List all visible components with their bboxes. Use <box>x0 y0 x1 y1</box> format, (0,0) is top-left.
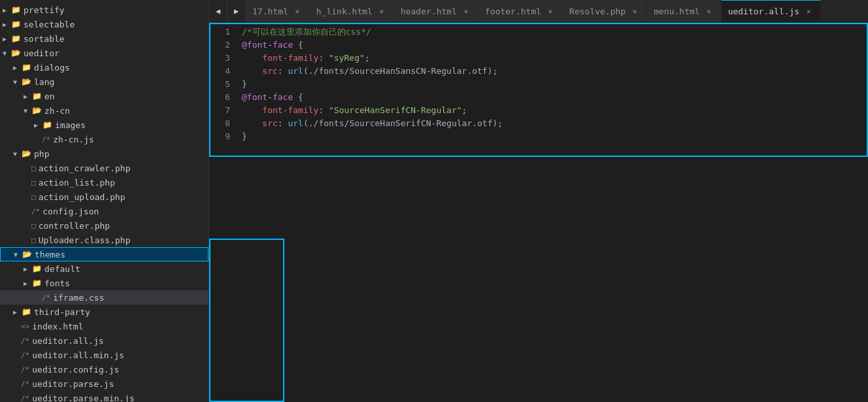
tab-menu[interactable]: menu.html ✕ <box>647 0 721 23</box>
file-type-indicator: <> <box>21 322 29 331</box>
sidebar-item-label: sortable <box>24 34 65 44</box>
folder-open-icon: 📂 <box>22 249 32 260</box>
folder-icon: 📁 <box>10 33 21 44</box>
tab-label: 17.html <box>252 7 288 16</box>
sidebar-item-label: ueditor.parse.js <box>32 379 114 389</box>
folder-open-icon: 📂 <box>31 105 42 116</box>
code-line-6: @font-face { <box>242 91 868 104</box>
arrow-icon: ▶ <box>3 7 10 14</box>
sidebar-item-label: en <box>44 92 55 101</box>
tab-header[interactable]: header.html ✕ <box>394 0 478 23</box>
folder-open-icon: 📂 <box>21 148 31 159</box>
tab-close-header[interactable]: ✕ <box>461 6 471 16</box>
sidebar-item-label: Uploader.class.php <box>39 235 131 245</box>
sidebar-item-iframe-css[interactable]: ▶ /* iframe.css <box>0 290 209 305</box>
tab-resolve[interactable]: Resolve.php ✕ <box>563 0 647 23</box>
sidebar-item-index-html[interactable]: ▶ <> index.html <box>0 319 209 333</box>
folder-icon: 📁 <box>31 278 42 288</box>
sidebar-item-label: lang <box>34 77 54 87</box>
sidebar-item-third-party[interactable]: ▶ 📁 third-party <box>0 305 209 319</box>
sidebar-item-en[interactable]: ▶ 📁 en <box>0 89 209 103</box>
code-line-1: /*可以在这里添加你自己的css*/ <box>242 25 868 39</box>
tab-label: header.html <box>401 7 457 16</box>
tab-nav-next[interactable]: ▶ <box>227 0 246 23</box>
code-line-5: } <box>242 78 868 91</box>
code-content[interactable]: /*可以在这里添加你自己的css*/ @font-face { font-fam… <box>235 23 868 402</box>
sidebar-item-label: iframe.css <box>53 293 104 303</box>
sidebar-item-label: index.html <box>32 322 83 331</box>
tab-h-link[interactable]: h_link.html ✕ <box>310 0 394 23</box>
tab-close-menu[interactable]: ✕ <box>704 6 714 16</box>
tab-ueditor-all-js[interactable]: ueditor.all.js ✕ <box>722 0 822 23</box>
code-line-8: src: url(./fonts/SourceHanSerifCN-Regula… <box>242 117 868 130</box>
sidebar-item-config-json[interactable]: ▶ /* config.json <box>0 204 209 218</box>
tab-close-17html[interactable]: ✕ <box>292 6 303 16</box>
sidebar-item-zh-cn[interactable]: ▼ 📂 zh-cn <box>0 103 209 118</box>
sidebar-item-zh-cn-js[interactable]: ▶ /* zh-cn.js <box>0 132 209 146</box>
tab-footer[interactable]: footer.html ✕ <box>478 0 563 23</box>
file-type-indicator: □ <box>31 236 36 244</box>
sidebar-item-fonts[interactable]: ▶ 📁 fonts <box>0 276 209 290</box>
sidebar-item-php[interactable]: ▼ 📂 php <box>0 146 209 161</box>
file-type-indicator: /* <box>21 337 29 345</box>
sidebar-item-uploader-class[interactable]: ▶ □ Uploader.class.php <box>0 233 209 247</box>
file-type-indicator: /* <box>21 351 29 360</box>
sidebar-item-label: selectable <box>24 20 75 29</box>
file-type-indicator: /* <box>42 135 50 144</box>
sidebar-item-themes[interactable]: ▼ 📂 themes <box>0 247 209 261</box>
sidebar-item-images[interactable]: ▶ 📁 images <box>0 118 209 132</box>
tab-17html[interactable]: 17.html ✕ <box>246 0 310 23</box>
file-type-indicator: □ <box>31 222 36 230</box>
folder-icon: 📁 <box>21 307 31 317</box>
sidebar-item-action-crawler[interactable]: ▶ □ action_crawler.php <box>0 161 209 175</box>
tab-label: menu.html <box>654 7 699 16</box>
arrow-icon: ▶ <box>13 309 21 316</box>
folder-open-icon: 📂 <box>10 48 21 58</box>
code-line-9: } <box>242 130 868 143</box>
sidebar-item-ueditor-parse-min-js[interactable]: ▶ /* ueditor.parse.min.js <box>0 391 209 402</box>
sidebar-item-ueditor-parse-js[interactable]: ▶ /* ueditor.parse.js <box>0 377 209 391</box>
sidebar-item-ueditor-all-js[interactable]: ▶ /* ueditor.all.js <box>0 333 209 348</box>
sidebar-item-label: action_list.php <box>39 178 115 188</box>
arrow-icon: ▶ <box>13 64 21 71</box>
sidebar-item-label: fonts <box>44 278 70 288</box>
sidebar-item-lang[interactable]: ▼ 📂 lang <box>0 75 209 89</box>
code-line-2: @font-face { <box>242 39 868 52</box>
tab-close-ueditor-all[interactable]: ✕ <box>803 7 814 17</box>
sidebar-item-label: default <box>44 264 80 274</box>
tab-nav-prev[interactable]: ◀ <box>209 0 227 23</box>
folder-icon: 📁 <box>42 120 52 130</box>
sidebar-item-default[interactable]: ▶ 📁 default <box>0 261 209 276</box>
sidebar-item-prettify[interactable]: ▶ 📁 prettify <box>0 3 209 17</box>
sidebar-item-ueditor-config-js[interactable]: ▶ /* ueditor.config.js <box>0 362 209 377</box>
sidebar-item-label: action_crawler.php <box>39 163 131 173</box>
folder-icon: 📁 <box>31 91 42 101</box>
tab-close-resolve[interactable]: ✕ <box>629 6 640 16</box>
tab-close-footer[interactable]: ✕ <box>545 6 556 16</box>
sidebar-item-ueditor-all-min-js[interactable]: ▶ /* ueditor.all.min.js <box>0 348 209 362</box>
tab-label: Resolve.php <box>569 7 626 16</box>
sidebar-item-label: ueditor.all.min.js <box>32 350 124 360</box>
sidebar-item-controller[interactable]: ▶ □ controller.php <box>0 218 209 233</box>
tab-label: footer.html <box>485 7 541 16</box>
arrow-icon: ▶ <box>24 265 31 273</box>
folder-open-icon: 📂 <box>21 76 31 87</box>
sidebar-item-label: third-party <box>34 307 90 317</box>
tab-close-h-link[interactable]: ✕ <box>376 6 387 16</box>
file-type-indicator: /* <box>31 207 40 216</box>
sidebar-item-action-upload[interactable]: ▶ □ action_upload.php <box>0 190 209 204</box>
sidebar-item-selectable[interactable]: ▶ 📁 selectable <box>0 17 209 31</box>
sidebar-item-sortable[interactable]: ▶ 📁 sortable <box>0 31 209 46</box>
arrow-icon: ▶ <box>3 35 10 42</box>
sidebar-item-ueditor[interactable]: ▼ 📂 ueditor <box>0 46 209 60</box>
folder-icon: 📁 <box>10 19 21 29</box>
code-editor: 1 2 3 4 5 6 7 8 9 /*可以在这里添加你自己的css*/ @fo… <box>209 23 868 402</box>
file-type-indicator: /* <box>21 394 29 403</box>
sidebar-item-label: config.json <box>42 207 99 216</box>
file-type-indicator: □ <box>31 193 36 201</box>
arrow-icon: ▼ <box>13 78 21 86</box>
sidebar-item-action-list[interactable]: ▶ □ action_list.php <box>0 175 209 190</box>
folder-icon: 📁 <box>21 62 31 73</box>
sidebar-item-dialogs[interactable]: ▶ 📁 dialogs <box>0 60 209 75</box>
file-type-indicator: /* <box>42 293 50 302</box>
